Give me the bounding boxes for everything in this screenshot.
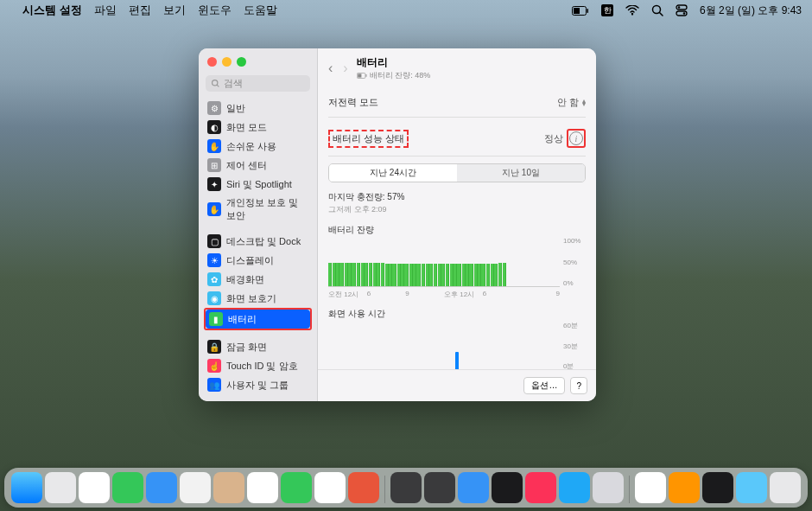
battery-bar [482,264,485,286]
dock-contacts[interactable] [213,472,244,503]
time-range-segment[interactable]: 지난 24시간 지난 10일 [328,163,586,182]
sidebar-item-14[interactable]: ☝Touch ID 및 암호 [204,356,312,375]
updown-icon: ▴▾ [582,99,586,106]
dock-calendar[interactable] [314,472,346,503]
dock-mail[interactable] [146,472,177,503]
dock-pages[interactable] [669,472,700,503]
battery-health-row: 배터리 성능 상태 정상 i [328,125,586,152]
dock-trash[interactable] [770,472,801,503]
sidebar-item-1[interactable]: ◐화면 모드 [204,118,312,137]
page-title: 배터리 [357,55,431,70]
dock-appstore-1[interactable] [424,472,455,503]
battery-bar [381,263,384,286]
dock-music[interactable] [525,472,556,503]
dock-notes[interactable] [635,472,666,503]
menu-file[interactable]: 파일 [94,3,117,18]
dock-settings[interactable] [593,472,624,503]
sidebar-icon: ◐ [207,120,221,134]
sidebar-item-0[interactable]: ⚙일반 [204,99,312,118]
battery-bar [491,264,494,286]
sidebar-item-7[interactable]: ▢데스크탑 및 Dock [204,232,312,251]
nav-back-button[interactable]: ‹ [327,61,334,76]
sidebar-item-15[interactable]: 👥사용자 및 그룹 [204,375,312,394]
dock-other[interactable] [390,472,422,503]
sidebar-icon: 🔒 [207,340,221,354]
menu-edit[interactable]: 편집 [129,3,151,18]
sidebar-item-10[interactable]: ◉화면 보호기 [204,289,312,308]
dock-stocks[interactable] [702,472,733,503]
segment-10d[interactable]: 지난 10일 [457,164,585,182]
sidebar-item-13[interactable]: 🔒잠금 화면 [204,337,312,356]
dock-dictionary[interactable] [348,472,379,503]
menubar: 시스템 설정 파일 편집 보기 윈도우 도움말 한 6월 2일 (일) 오후 9… [0,0,812,21]
sidebar-item-label: 디스플레이 [226,254,274,267]
svg-rect-16 [365,74,366,77]
maximize-button[interactable] [237,57,246,67]
svg-rect-2 [587,9,588,13]
sidebar-item-5[interactable]: ✋개인정보 보호 및 보안 [204,194,312,225]
segment-24h[interactable]: 지난 24시간 [329,164,457,182]
input-icon[interactable]: 한 [601,4,613,16]
dock-appstore-2[interactable] [559,472,590,503]
nav-forward-button[interactable]: › [341,61,349,76]
sidebar-icon: ▢ [207,234,221,248]
battery-bar [466,264,469,286]
dock-keynote[interactable] [458,472,489,503]
sidebar-icon: ✦ [207,177,221,191]
menubar-clock[interactable]: 6월 2일 (일) 오후 9:43 [700,3,802,18]
spotlight-icon[interactable] [651,4,663,16]
minimize-button[interactable] [222,57,232,67]
app-name[interactable]: 시스템 설정 [22,3,82,18]
battery-bar [377,263,380,286]
sidebar-item-11[interactable]: ▮배터리 [206,310,310,329]
sidebar-item-4[interactable]: ✦Siri 및 Spotlight [204,175,312,194]
menu-window[interactable]: 윈도우 [198,3,232,18]
sidebar-item-label: 개인정보 보호 및 보안 [226,196,308,222]
battery-health-info-button[interactable]: i [567,129,586,148]
content-header: ‹ › 배터리 배터리 잔량: 48% [318,48,596,86]
dock-facetime[interactable] [281,472,312,503]
sidebar-item-9[interactable]: ✿배경화면 [204,270,312,289]
dock-finder[interactable] [11,472,42,503]
battery-bar [352,263,356,286]
last-charge-label: 마지막 충전량: 57% [328,191,586,203]
dock-reminders[interactable] [247,472,278,503]
battery-bar [348,263,352,286]
screen-time-chart: 화면 사용 시간 60분 30분 0분 오전 12시 6 9 오후 12시 6 … [328,308,586,369]
battery-health-label: 배터리 성능 상태 [328,130,409,148]
content-footer: 옵션… ? [318,369,596,401]
menu-help[interactable]: 도움말 [244,3,277,18]
control-center-icon[interactable] [676,4,688,16]
battery-chart-label: 배터리 잔량 [328,224,586,236]
wifi-icon[interactable] [625,5,639,16]
svg-text:한: 한 [603,6,611,15]
sidebar-icon: ▮ [209,312,223,326]
dock-safari[interactable] [79,472,110,503]
dock-tv[interactable] [492,472,523,503]
close-button[interactable] [207,57,217,67]
sidebar-item-3[interactable]: ⊞제어 센터 [204,156,312,175]
settings-window: 검색 ⚙일반◐화면 모드✋손쉬운 사용⊞제어 센터✦Siri 및 Spotlig… [199,48,596,401]
battery-bar [470,264,473,286]
menu-view[interactable]: 보기 [163,3,186,18]
dock-maps[interactable] [180,472,211,503]
low-power-mode-row[interactable]: 저전력 모드 안 함▴▾ [328,92,586,113]
search-placeholder: 검색 [224,77,243,90]
battery-bar [365,263,368,286]
battery-icon[interactable] [572,6,589,16]
sidebar-item-8[interactable]: ☀디스플레이 [204,251,312,270]
sidebar-icon: ✿ [207,272,221,286]
sidebar-item-2[interactable]: ✋손쉬운 사용 [204,137,312,156]
battery-bar [333,263,336,286]
dock-messages[interactable] [112,472,143,503]
svg-line-7 [659,13,663,16]
search-input[interactable]: 검색 [206,75,310,92]
dock-files[interactable] [736,472,767,503]
dock-launchpad[interactable] [45,472,76,503]
help-button[interactable]: ? [570,377,587,394]
options-button[interactable]: 옵션… [523,377,565,394]
low-power-label: 저전력 모드 [328,96,378,109]
last-charge-row: 마지막 충전량: 57% 그저께 오후 2:09 [328,191,586,215]
svg-point-9 [678,6,681,9]
battery-bar [494,264,498,286]
